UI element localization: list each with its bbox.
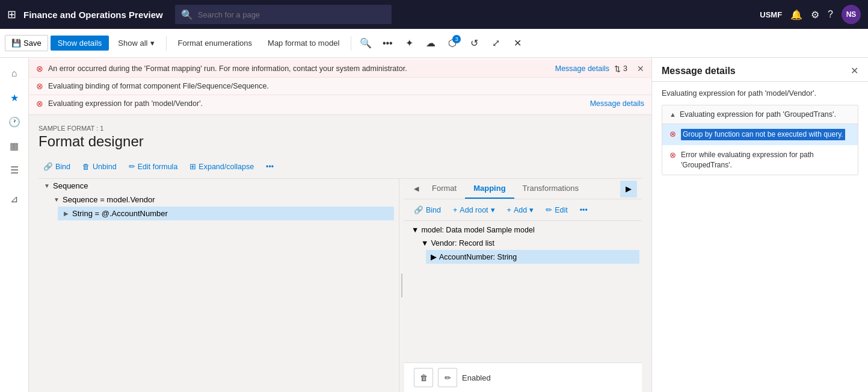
- error-text-3: Evaluating expression for path 'model/Ve…: [48, 99, 585, 108]
- msg-error-text-2: Error while evaluating expression for pa…: [681, 150, 851, 170]
- model-expand-account: ▶: [431, 252, 437, 261]
- expand-arrow: ▼: [43, 182, 51, 190]
- template-icon[interactable]: ✦: [399, 34, 419, 53]
- message-panel-close[interactable]: ✕: [851, 65, 858, 76]
- mapping-toolbar: 🔗 Bind + Add root ▾ + Add ▾: [404, 199, 642, 221]
- sidebar-star-icon[interactable]: ★: [4, 87, 25, 108]
- add-button[interactable]: + Add ▾: [502, 203, 539, 217]
- tree-item-sequence[interactable]: ▼ Sequence: [38, 179, 394, 193]
- tab-transformations[interactable]: Transformations: [514, 179, 587, 199]
- refresh-button[interactable]: ↺: [464, 34, 484, 53]
- msg-top-error: Evaluating expression for path 'model/Ve…: [662, 89, 858, 98]
- mapping-pane: ◀ Format Mapping Transformations ▶ 🔗 Bin…: [404, 179, 642, 392]
- designer-area: SAMPLE FORMAT : 1 Format designer 🔗 Bind…: [29, 115, 651, 392]
- more-options-button[interactable]: •••: [378, 34, 397, 53]
- model-item-vendor[interactable]: ▼ Vendor: Record list: [416, 237, 639, 250]
- search-toolbar-icon[interactable]: 🔍: [356, 34, 375, 53]
- error-icon-2: ⊗: [36, 81, 43, 91]
- model-item-account-number[interactable]: ▶ AccountNumber: String: [426, 250, 639, 264]
- sidebar-home-icon[interactable]: ⌂: [4, 63, 25, 84]
- edit-formula-button[interactable]: ✏ Edit formula: [124, 160, 183, 173]
- msg-error-icon-1: ⊗: [669, 129, 676, 138]
- sidebar-list-icon[interactable]: ☰: [4, 159, 25, 181]
- add-root-icon: +: [453, 206, 457, 214]
- edit-icon: ✏: [129, 162, 135, 171]
- msg-error-row-1: ⊗ Group by function can not be executed …: [662, 124, 858, 145]
- message-details-link-1[interactable]: Message details: [555, 64, 609, 73]
- designer-title: Format designer: [38, 133, 642, 150]
- edit-mapping-icon: ✏: [546, 205, 552, 214]
- help-icon[interactable]: ?: [828, 9, 833, 20]
- designer-subtitle: SAMPLE FORMAT : 1: [38, 125, 642, 132]
- search-icon: 🔍: [181, 9, 193, 20]
- bell-icon[interactable]: 🔔: [790, 9, 802, 20]
- status-label: Enabled: [462, 373, 491, 382]
- open-new-button[interactable]: ⤢: [486, 34, 505, 53]
- model-label-account: AccountNumber: String: [439, 253, 517, 261]
- model-expand-icon: ▼: [411, 226, 419, 234]
- mapping-bind-button[interactable]: 🔗 Bind: [409, 203, 446, 217]
- delete-button[interactable]: 🗑: [414, 368, 433, 387]
- tab-left-arrow[interactable]: ◀: [409, 182, 423, 196]
- chevron-up-icon: ▲: [669, 111, 676, 118]
- translate-icon[interactable]: ☁: [421, 34, 440, 53]
- bind-icon: 🔗: [43, 162, 53, 171]
- tab-next-button[interactable]: ▶: [620, 181, 637, 198]
- grid-icon[interactable]: ⊞: [7, 8, 16, 21]
- topbar-right: USMF 🔔 ⚙ ? NS: [760, 5, 861, 24]
- msg-group-header[interactable]: ▲ Evaluating expression for path 'Groupe…: [662, 105, 858, 123]
- bind-button[interactable]: 🔗 Bind: [38, 160, 75, 173]
- mapping-bind-icon: 🔗: [414, 205, 423, 214]
- message-details-link-3[interactable]: Message details: [590, 99, 644, 108]
- search-box[interactable]: 🔍: [175, 5, 392, 24]
- msg-error-text-1: Group by function can not be executed wi…: [681, 129, 845, 140]
- expand-arrow-2: ▼: [53, 196, 60, 204]
- error-count-display: ⇅ 3: [614, 64, 627, 73]
- settings-icon[interactable]: ⚙: [811, 9, 819, 20]
- bottom-bar: 🗑 ✏ Enabled: [404, 362, 642, 392]
- user-region: USMF: [760, 10, 782, 19]
- sidebar-recent-icon[interactable]: 🕐: [4, 111, 25, 132]
- designer-toolbar: 🔗 Bind 🗑 Unbind ✏ Edit formula ⊞ Expand/…: [38, 160, 642, 179]
- more-mapping-button[interactable]: •••: [575, 204, 593, 217]
- add-icon: +: [507, 206, 511, 214]
- tree-item-sequence-vendor[interactable]: ▼ Sequence = model.Vendor: [48, 193, 394, 207]
- model-item-root[interactable]: ▼ model: Data model Sample model: [407, 223, 639, 237]
- edit-mapping-button[interactable]: ✏ Edit: [541, 203, 573, 217]
- format-enumerations-button[interactable]: Format enumerations: [171, 35, 259, 51]
- save-button[interactable]: 💾 Save: [5, 35, 48, 51]
- main-error-text: An error occurred during the 'Format map…: [48, 64, 550, 73]
- edit-bottom-button[interactable]: ✏: [438, 368, 457, 387]
- unbind-button[interactable]: 🗑 Unbind: [78, 160, 122, 173]
- sidebar-grid-icon[interactable]: ▦: [4, 135, 25, 157]
- sidebar-icons: ⌂ ★ 🕐 ▦ ☰ ⊿: [0, 58, 29, 392]
- tree-label-sequence-vendor: Sequence = model.Vendor: [63, 195, 155, 204]
- expand-collapse-button[interactable]: ⊞ Expand/collapse: [185, 160, 259, 173]
- expand-arrow-3: ▶: [63, 210, 70, 217]
- avatar[interactable]: NS: [842, 5, 861, 24]
- close-banner-icon[interactable]: ✕: [637, 64, 644, 73]
- expand-icon: ⊞: [189, 162, 196, 171]
- tab-mapping[interactable]: Mapping: [465, 179, 514, 199]
- add-root-button[interactable]: + Add root ▾: [448, 203, 500, 217]
- topbar: ⊞ Finance and Operations Preview 🔍 USMF …: [0, 0, 868, 29]
- error-icon-3: ⊗: [36, 99, 43, 108]
- show-all-button[interactable]: Show all ▾: [111, 35, 161, 51]
- msg-group-label: Evaluating expression for path 'GroupedT…: [680, 110, 836, 119]
- badge-count: 3: [452, 35, 461, 43]
- tree-label-sequence: Sequence: [53, 181, 88, 190]
- close-toolbar-button[interactable]: ✕: [508, 34, 527, 53]
- unbind-icon: 🗑: [82, 163, 90, 171]
- more-designer-button[interactable]: •••: [261, 160, 279, 173]
- search-input[interactable]: [198, 10, 386, 19]
- tab-format[interactable]: Format: [423, 179, 465, 199]
- show-details-button[interactable]: Show details: [51, 36, 109, 51]
- separator: [166, 36, 167, 51]
- separator2: [351, 36, 351, 51]
- msg-error-row-2: ⊗ Error while evaluating expression for …: [662, 145, 858, 175]
- tree-item-string-account[interactable]: ▶ String = @.AccountNumber: [58, 207, 394, 220]
- map-format-to-model-button[interactable]: Map format to model: [261, 35, 346, 51]
- tree-label-string-account: String = @.AccountNumber: [72, 209, 168, 218]
- pane-divider[interactable]: [399, 179, 404, 392]
- sidebar-filter-icon[interactable]: ⊿: [4, 188, 25, 210]
